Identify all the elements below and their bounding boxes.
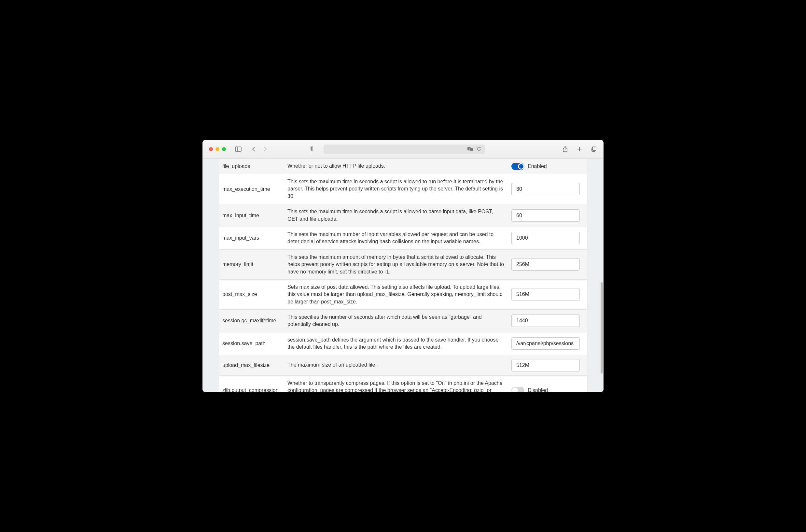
sidebar-icon — [235, 147, 242, 152]
setting-name: max_input_time — [222, 213, 287, 218]
toggle-label: Disabled — [528, 387, 548, 392]
translate-icon — [467, 147, 473, 151]
privacy-shield-button[interactable] — [310, 146, 316, 152]
setting-description: This sets the maximum time in seconds a … — [287, 208, 512, 223]
php-settings-table: file_uploadsWhether or not to allow HTTP… — [219, 158, 587, 392]
setting-name: file_uploads — [222, 164, 287, 169]
setting-row-max-input-time: max_input_timeThis sets the maximum time… — [219, 204, 587, 227]
setting-input-memory-limit[interactable] — [512, 258, 580, 270]
setting-name: session.gc_maxlifetime — [222, 318, 287, 324]
setting-description: Sets max size of post data allowed. This… — [287, 284, 512, 305]
setting-description: session.save_path defines the argument w… — [287, 336, 512, 351]
setting-name: memory_limit — [222, 262, 287, 267]
setting-row-upload-max-filesize: upload_max_filesizeThe maximum size of a… — [219, 355, 587, 376]
setting-control — [512, 183, 584, 195]
plus-icon — [576, 146, 582, 152]
setting-input-session-gc-maxlifetime[interactable] — [512, 315, 580, 327]
tabs-icon — [591, 146, 597, 152]
window-controls — [209, 147, 226, 151]
setting-input-post-max-size[interactable] — [512, 288, 580, 301]
setting-description: This sets the maximum amount of memory i… — [287, 254, 512, 276]
setting-row-memory-limit: memory_limitThis sets the maximum amount… — [219, 250, 587, 280]
setting-control — [512, 288, 584, 301]
toggle-control: Disabled — [512, 387, 548, 392]
content-area: file_uploadsWhether or not to allow HTTP… — [203, 158, 603, 392]
toggle-switch-file-uploads[interactable] — [512, 163, 524, 170]
tabs-button[interactable] — [591, 146, 597, 152]
setting-row-max-input-vars: max_input_varsThis sets the maximum numb… — [219, 227, 587, 250]
setting-name: post_max_size — [222, 291, 287, 297]
setting-input-max-input-time[interactable] — [512, 209, 580, 222]
new-tab-button[interactable] — [576, 146, 583, 152]
scrollbar[interactable] — [600, 282, 603, 374]
toggle-control: Enabled — [512, 163, 547, 170]
maximize-window-button[interactable] — [222, 147, 226, 151]
setting-control — [512, 337, 584, 350]
toggle-switch-zlib-output-compression[interactable] — [512, 387, 524, 392]
setting-name: max_input_vars — [222, 235, 287, 241]
setting-description: This sets the maximum time in seconds a … — [287, 178, 512, 200]
setting-description: Whether or not to allow HTTP file upload… — [287, 163, 512, 170]
setting-row-session-gc-maxlifetime: session.gc_maxlifetimeThis specifies the… — [219, 310, 587, 332]
titlebar — [203, 140, 603, 158]
setting-name: upload_max_filesize — [222, 362, 287, 368]
setting-description: This specifies the number of seconds aft… — [287, 314, 512, 328]
chevron-left-icon — [251, 147, 256, 152]
forward-button[interactable] — [262, 146, 268, 152]
setting-row-max-execution-time: max_execution_timeThis sets the maximum … — [219, 174, 587, 204]
svg-rect-0 — [235, 147, 241, 151]
setting-name: zlib.output_compression — [222, 387, 287, 392]
close-window-button[interactable] — [209, 147, 213, 151]
browser-window: file_uploadsWhether or not to allow HTTP… — [203, 140, 603, 392]
sidebar-toggle-button[interactable] — [234, 146, 242, 152]
svg-rect-3 — [470, 148, 473, 151]
back-button[interactable] — [251, 146, 256, 152]
setting-input-max-input-vars[interactable] — [512, 232, 580, 244]
setting-description: This sets the maximum number of input va… — [287, 231, 512, 246]
toggle-label: Enabled — [528, 164, 547, 169]
minimize-window-button[interactable] — [215, 147, 219, 151]
setting-description: The maximum size of an uploaded file. — [287, 361, 512, 368]
setting-control — [512, 209, 584, 222]
setting-control — [512, 232, 584, 244]
setting-control: Enabled — [512, 163, 584, 170]
svg-marker-4 — [480, 147, 481, 148]
setting-control — [512, 359, 584, 372]
nav-buttons — [251, 146, 268, 152]
setting-input-upload-max-filesize[interactable] — [512, 359, 580, 372]
setting-control — [512, 258, 584, 270]
setting-input-session-save-path[interactable] — [512, 337, 580, 350]
shield-icon — [310, 146, 315, 152]
share-icon — [562, 146, 568, 152]
share-button[interactable] — [562, 146, 568, 152]
svg-rect-8 — [592, 147, 596, 150]
setting-row-post-max-size: post_max_sizeSets max size of post data … — [219, 280, 587, 310]
chevron-right-icon — [263, 147, 268, 152]
address-bar[interactable] — [324, 145, 485, 154]
setting-control: Disabled — [512, 387, 584, 392]
setting-control — [512, 315, 584, 327]
setting-input-max-execution-time[interactable] — [512, 183, 580, 195]
setting-name: session.save_path — [222, 341, 287, 346]
setting-name: max_execution_time — [222, 186, 287, 192]
setting-row-session-save-path: session.save_pathsession.save_path defin… — [219, 332, 587, 355]
reload-icon — [477, 147, 481, 151]
setting-row-zlib-output-compression: zlib.output_compressionWhether to transp… — [219, 376, 587, 392]
toolbar-right — [562, 146, 597, 152]
setting-row-file-uploads: file_uploadsWhether or not to allow HTTP… — [219, 158, 587, 174]
setting-description: Whether to transparently compress pages.… — [287, 380, 512, 392]
